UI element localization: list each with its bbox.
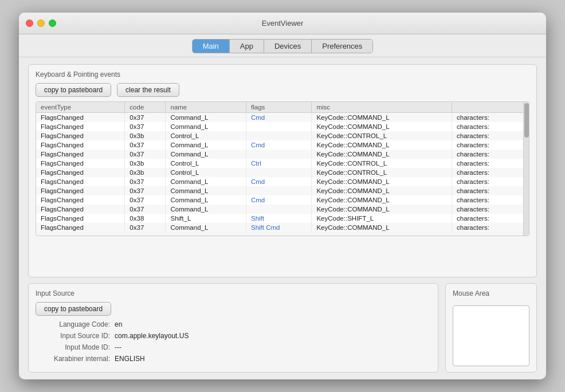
tab-devices[interactable]: Devices (264, 40, 312, 53)
table-cell: KeyCode::COMMAND_L (312, 140, 452, 150)
info-value: en (115, 320, 122, 328)
table-cell: KeyCode::COMMAND_L (312, 150, 452, 159)
table-cell: 0x37 (125, 150, 166, 159)
table-cell: KeyCode::COMMAND_L (312, 177, 452, 186)
table-cell: 0x3b (125, 131, 166, 140)
col-misc: misc (312, 102, 452, 113)
keyboard-table-header: eventType code name flags misc (36, 102, 523, 113)
maximize-button[interactable] (49, 19, 56, 27)
table-cell: Command_L (166, 140, 246, 150)
table-cell: Command_L (166, 223, 246, 232)
table-cell: FlagsChanged (36, 186, 125, 195)
keyboard-table-scroll[interactable]: eventType code name flags misc FlagsChan… (36, 102, 523, 236)
mouse-area-section: Mouse Area (445, 283, 537, 373)
table-cell (246, 168, 311, 177)
table-cell: 0x37 (125, 122, 166, 131)
close-button[interactable] (26, 19, 33, 27)
table-cell: 0x37 (125, 140, 166, 150)
table-row: FlagsChanged0x3bControl_LKeyCode::CONTRO… (36, 131, 523, 140)
table-cell: characters: (452, 195, 523, 205)
col-code: code (125, 102, 166, 113)
window-title: EventViewer (262, 19, 304, 28)
keyboard-table-container: eventType code name flags misc FlagsChan… (36, 101, 529, 236)
table-cell: Command_L (166, 122, 246, 131)
table-row: FlagsChanged0x37Command_LCmdKeyCode::COM… (36, 177, 523, 186)
table-cell: FlagsChanged (36, 131, 125, 140)
table-row: FlagsChanged0x37Command_LCmdKeyCode::COM… (36, 195, 523, 205)
info-value: --- (115, 343, 121, 351)
table-row: FlagsChanged0x37Command_LKeyCode::COMMAN… (36, 186, 523, 195)
table-cell: KeyCode::CONTROL_L (312, 131, 452, 140)
table-row: FlagsChanged0x37Command_LShift CmdKeyCod… (36, 223, 523, 232)
table-cell: FlagsChanged (36, 168, 125, 177)
table-cell (246, 150, 311, 159)
col-eventtype: eventType (36, 102, 125, 113)
table-cell: Cmd (246, 140, 311, 150)
table-cell: 0x37 (125, 195, 166, 205)
toolbar: Main App Devices Preferences (19, 34, 546, 57)
col-chars (452, 102, 523, 113)
keyboard-table-body: FlagsChanged0x37Command_LCmdKeyCode::COM… (36, 113, 523, 233)
mouse-area-box[interactable] (453, 305, 529, 366)
table-cell: 0x3b (125, 159, 166, 168)
tab-app[interactable]: App (230, 40, 264, 53)
titlebar: EventViewer (19, 13, 546, 34)
input-source-title: Input Source (36, 289, 431, 297)
table-cell: characters: (452, 122, 523, 131)
table-cell: KeyCode::COMMAND_L (312, 195, 452, 205)
table-cell: FlagsChanged (36, 214, 125, 223)
info-row: Language Code:en (36, 320, 431, 328)
table-cell: FlagsChanged (36, 223, 125, 232)
keyboard-section: Keyboard & Pointing events copy to paste… (28, 64, 537, 277)
table-row: FlagsChanged0x3bControl_LKeyCode::CONTRO… (36, 168, 523, 177)
table-cell: FlagsChanged (36, 122, 125, 131)
table-cell: KeyCode::CONTROL_L (312, 168, 452, 177)
table-cell: Command_L (166, 195, 246, 205)
input-source-section: Input Source copy to pasteboard Language… (28, 283, 438, 373)
info-label: Input Mode ID: (36, 343, 110, 351)
table-row: FlagsChanged0x37Command_LCmdKeyCode::COM… (36, 113, 523, 123)
table-cell: 0x38 (125, 214, 166, 223)
table-cell: KeyCode::COMMAND_L (312, 223, 452, 232)
table-cell: 0x37 (125, 205, 166, 214)
table-cell: characters: (452, 140, 523, 150)
table-cell: FlagsChanged (36, 205, 125, 214)
table-cell: Command_L (166, 113, 246, 123)
table-cell: KeyCode::COMMAND_L (312, 186, 452, 195)
table-cell: Ctrl (246, 159, 311, 168)
table-cell: characters: (452, 159, 523, 168)
table-cell: FlagsChanged (36, 113, 125, 123)
tab-group: Main App Devices Preferences (192, 39, 374, 53)
app-window: EventViewer Main App Devices Preferences… (19, 13, 546, 379)
table-cell: Control_L (166, 159, 246, 168)
table-cell: characters: (452, 186, 523, 195)
table-cell: FlagsChanged (36, 195, 125, 205)
table-cell: characters: (452, 168, 523, 177)
table-row: FlagsChanged0x37Command_LKeyCode::COMMAN… (36, 205, 523, 214)
keyboard-copy-button[interactable]: copy to pasteboard (36, 83, 111, 97)
table-cell: characters: (452, 223, 523, 232)
table-cell: 0x37 (125, 177, 166, 186)
table-cell: characters: (452, 205, 523, 214)
info-row: Input Source ID:com.apple.keylayout.US (36, 332, 431, 340)
table-cell: FlagsChanged (36, 177, 125, 186)
table-cell (246, 205, 311, 214)
table-cell: Command_L (166, 177, 246, 186)
input-source-copy-button[interactable]: copy to pasteboard (36, 302, 111, 316)
table-cell: Shift_L (166, 214, 246, 223)
tab-main[interactable]: Main (193, 40, 230, 53)
minimize-button[interactable] (37, 19, 45, 27)
table-cell (246, 131, 311, 140)
tab-preferences[interactable]: Preferences (312, 40, 372, 53)
keyboard-section-title: Keyboard & Pointing events (36, 70, 529, 79)
table-cell: 0x37 (125, 223, 166, 232)
info-label: Karabiner internal: (36, 355, 110, 363)
table-cell: characters: (452, 177, 523, 186)
keyboard-clear-button[interactable]: clear the result (117, 83, 179, 97)
table-cell: Control_L (166, 168, 246, 177)
table-cell: characters: (452, 150, 523, 159)
table-cell: 0x37 (125, 113, 166, 123)
traffic-lights (26, 19, 56, 27)
input-source-button-row: copy to pasteboard (36, 302, 431, 316)
scrollbar[interactable] (523, 102, 529, 236)
